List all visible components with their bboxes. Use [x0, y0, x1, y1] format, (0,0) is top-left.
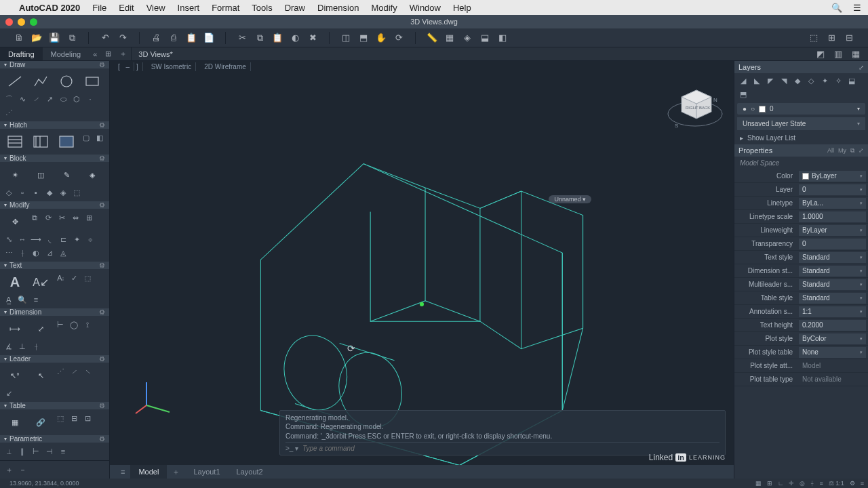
saveas-icon[interactable]: ⧉ — [66, 33, 77, 43]
command-input[interactable] — [302, 445, 719, 452]
redo-icon[interactable]: ↷ — [117, 33, 128, 43]
menu-file[interactable]: File — [92, 3, 106, 13]
otrack-toggle-icon[interactable]: ⟊ — [810, 480, 814, 487]
pan-icon[interactable]: ✋ — [376, 33, 387, 43]
props-collapse-icon[interactable]: ⧉ — [850, 147, 854, 155]
mtext-tool[interactable]: A — [3, 272, 27, 292]
xref-icon[interactable]: ⬒ — [358, 33, 369, 43]
menu-draw[interactable]: Draw — [285, 3, 305, 13]
region-icon[interactable]: ◈ — [462, 33, 473, 43]
plot-icon[interactable]: 🖨 — [151, 33, 161, 43]
property-value[interactable]: ByLayer — [799, 171, 866, 182]
properties-palette-icon[interactable]: ▥ — [833, 49, 844, 60]
props-pop-icon[interactable]: ⤢ — [859, 147, 864, 155]
props-tab-my[interactable]: My — [838, 147, 846, 155]
polar-toggle-icon[interactable]: ✛ — [789, 480, 794, 487]
table-tool[interactable]: ▦ — [3, 412, 27, 432]
layer-icon[interactable]: ◢ — [738, 76, 748, 85]
m2[interactable]: ⋯ — [3, 247, 15, 259]
layers-pop-icon[interactable]: ⤢ — [859, 64, 864, 71]
t6[interactable]: ≡ — [30, 293, 42, 306]
block-icon[interactable]: ◫ — [340, 33, 351, 43]
workspace-tab-drafting[interactable]: Drafting — [0, 47, 43, 60]
tb1[interactable]: ⬚ — [54, 412, 66, 424]
section-modify[interactable]: Modify⚙ — [0, 201, 109, 209]
p5[interactable]: ≡ — [57, 445, 69, 458]
region-tool[interactable]: ▢ — [80, 131, 92, 144]
property-value[interactable]: Standard — [799, 266, 866, 277]
trim-tool[interactable]: ✂ — [56, 211, 68, 224]
freeze-icon[interactable]: ○ — [751, 105, 755, 113]
bk1[interactable]: ◇ — [3, 186, 15, 199]
tab-layout1[interactable]: Layout1 — [185, 465, 228, 479]
hatch-tool[interactable] — [3, 131, 27, 152]
aligned-dim-tool[interactable]: ⤢ — [28, 319, 53, 339]
remove-icon[interactable]: － — [16, 464, 28, 476]
layer-color-swatch[interactable] — [759, 106, 766, 113]
command-prompt-icon[interactable]: >_ ▾ — [285, 445, 298, 452]
property-value[interactable]: Standard — [799, 252, 866, 263]
property-value[interactable]: 0 — [799, 184, 866, 195]
section-block[interactable]: Block⚙ — [0, 155, 109, 162]
tab-model[interactable]: Model — [130, 465, 167, 479]
property-value[interactable]: Standard — [799, 279, 866, 290]
bk4[interactable]: ◆ — [43, 186, 56, 199]
model-viewport[interactable]: [ – ] SW Isometric 2D Wireframe N S RIGH… — [110, 61, 734, 479]
gear-icon[interactable]: ⚙ — [99, 121, 105, 129]
ortho-toggle-icon[interactable]: ∟ — [778, 480, 784, 487]
l3[interactable]: ⟍ — [81, 365, 94, 378]
anno-scale[interactable]: ⚖ 1:1 — [829, 480, 844, 487]
d4[interactable]: ∡ — [3, 340, 15, 352]
grid-toggle-icon[interactable]: ▦ — [755, 480, 762, 487]
l2[interactable]: ⟋ — [68, 365, 80, 378]
osnap-toggle-icon[interactable]: ◎ — [800, 480, 805, 487]
paste-icon[interactable]: 📋 — [272, 33, 283, 43]
property-value[interactable]: None — [799, 347, 866, 358]
dist-icon[interactable]: 📏 — [427, 33, 437, 43]
d3[interactable]: ⟟ — [81, 319, 94, 331]
menu-dimension[interactable]: Dimension — [317, 3, 359, 13]
extend-tool[interactable]: ⟶ — [30, 233, 42, 245]
menu-edit[interactable]: Edit — [119, 3, 134, 13]
bk3[interactable]: ▪ — [30, 186, 42, 199]
layer-icon[interactable]: ✧ — [833, 76, 843, 85]
arc-tool[interactable]: ⌒ — [3, 93, 15, 105]
p1[interactable]: ⟂ — [3, 445, 15, 458]
m6[interactable]: ◬ — [57, 247, 69, 259]
menu-tools[interactable]: Tools — [252, 3, 272, 13]
snap-toggle-icon[interactable]: ⊞ — [767, 480, 772, 487]
link-tool[interactable]: 🔗 — [28, 412, 53, 432]
menu-format[interactable]: Format — [212, 3, 239, 13]
gear-icon[interactable]: ⚙ — [99, 61, 105, 68]
layer-icon[interactable]: ⬓ — [847, 76, 856, 85]
layer-icon[interactable]: ◤ — [766, 76, 775, 85]
t3[interactable]: ⬚ — [81, 272, 94, 284]
property-value[interactable]: ByLa... — [799, 198, 866, 209]
layer-icon[interactable]: ⬒ — [738, 89, 748, 99]
bk6[interactable]: ⬚ — [71, 186, 83, 199]
table-palette-icon[interactable]: ▦ — [850, 49, 861, 60]
properties-panel-header[interactable]: Properties All My ⧉ ⤢ — [734, 144, 868, 157]
save-icon[interactable]: 💾 — [49, 33, 60, 43]
section-table[interactable]: Table⚙ — [0, 402, 109, 409]
menu-window[interactable]: Window — [410, 3, 441, 13]
ucs-icon[interactable] — [134, 377, 175, 418]
minimize-window-button[interactable] — [18, 18, 25, 26]
orbit-icon[interactable]: ⟳ — [393, 33, 404, 43]
cut-icon[interactable]: ✂ — [237, 33, 248, 43]
layer-icon[interactable]: ◆ — [793, 76, 802, 85]
grid-icon[interactable]: ⊞ — [101, 47, 115, 60]
array-tool[interactable]: ⊞ — [83, 211, 95, 224]
property-value[interactable]: 0.2000 — [799, 320, 866, 331]
add-icon[interactable]: ＋ — [3, 464, 15, 476]
d5[interactable]: ⊥ — [16, 340, 28, 352]
palette3-icon[interactable]: ⊟ — [844, 33, 854, 43]
m1[interactable]: ⟐ — [84, 233, 96, 245]
polyline-tool[interactable] — [28, 71, 53, 92]
lwt-toggle-icon[interactable]: ≡ — [819, 480, 823, 487]
property-value[interactable]: ByColor — [799, 333, 866, 344]
section-text[interactable]: Text⚙ — [0, 262, 109, 269]
gear-icon[interactable]: ⚙ — [99, 262, 105, 269]
command-line[interactable]: Regenerating model. Command: Regeneratin… — [279, 410, 726, 456]
zoom-window-button[interactable] — [30, 18, 37, 26]
